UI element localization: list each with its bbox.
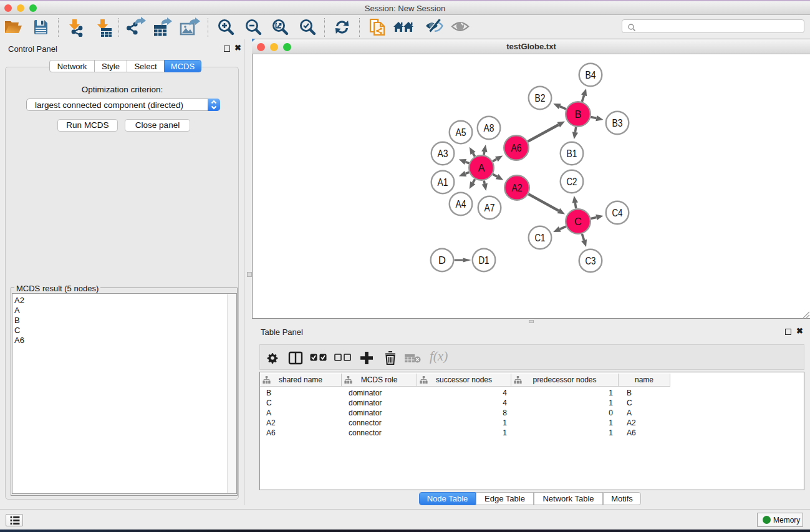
svg-text:C4: C4 bbox=[612, 207, 623, 218]
svg-text:D: D bbox=[438, 254, 446, 266]
svg-text:B: B bbox=[574, 109, 581, 120]
svg-text:A3: A3 bbox=[438, 148, 448, 159]
svg-text:B2: B2 bbox=[535, 92, 546, 104]
svg-text:D1: D1 bbox=[479, 254, 489, 266]
svg-text:A7: A7 bbox=[485, 202, 495, 213]
svg-text:A4: A4 bbox=[456, 198, 466, 210]
svg-text:C2: C2 bbox=[567, 176, 577, 187]
svg-text:A5: A5 bbox=[456, 127, 466, 138]
svg-text:A: A bbox=[478, 162, 485, 173]
svg-text:C3: C3 bbox=[586, 255, 596, 266]
svg-text:C1: C1 bbox=[535, 232, 546, 243]
svg-text:A1: A1 bbox=[438, 177, 448, 188]
svg-text:B4: B4 bbox=[586, 69, 596, 80]
svg-text:A8: A8 bbox=[484, 122, 494, 133]
svg-text:A6: A6 bbox=[511, 142, 522, 153]
svg-text:B3: B3 bbox=[612, 117, 623, 128]
svg-text:A2: A2 bbox=[512, 182, 523, 193]
svg-text:C: C bbox=[574, 216, 582, 227]
svg-text:B1: B1 bbox=[567, 148, 577, 159]
